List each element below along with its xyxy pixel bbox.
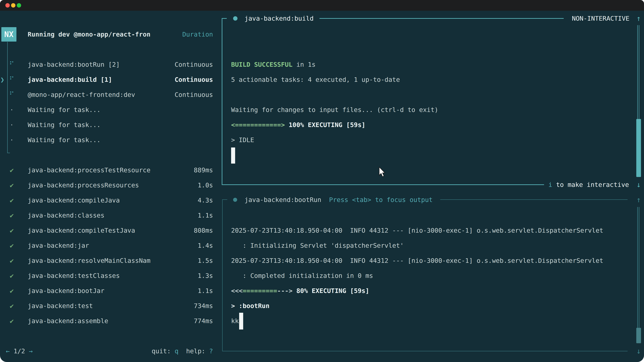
focus-output-hint: Press <tab> to focus output [329,192,433,207]
mouse-pointer-icon [378,167,386,177]
build-summary-line: 5 actionable tasks: 4 executed, 1 up-to-… [231,72,400,87]
task-duration: 889ms [194,163,213,178]
task-row[interactable]: ⠋ java-backend:bootRun [2] Continuous [0,57,215,72]
task-label: java-backend:compileJava [28,193,198,208]
task-row[interactable]: ✔ java-backend:processTestResource 889ms [0,163,215,178]
task-row[interactable]: ✔ java-backend:classes 1.1s [0,208,215,223]
progress-bar: ========= [243,287,277,295]
duration-column-header: Duration [28,27,213,42]
task-label: java-backend:assemble [28,313,194,329]
bootrun-pane-header-rule [440,199,628,200]
page-indicator [10,348,14,355]
task-row[interactable]: ✔ java-backend:resolveMainClassNam 1.5s [0,253,215,268]
terminal-cursor [239,313,243,330]
interactive-hint: i to make interactive [548,177,629,192]
task-duration: 1.1s [198,208,213,223]
task-duration: 1.3s [198,268,213,283]
progress-label: 80% EXECUTING [59s] [292,287,369,295]
task-row[interactable]: ✔ java-backend:compileJava 4.3s [0,193,215,208]
title-bar [0,0,644,11]
task-row[interactable]: · Waiting for task... [0,117,215,132]
task-label: java-backend:classes [28,208,198,223]
interactive-hint-key: i [548,181,552,188]
build-status-line: BUILD SUCCESSFUL in 1s [231,57,316,72]
scrollbar-track[interactable] [639,207,639,343]
task-label: java-backend:processResources [28,178,198,193]
bootrun-pane-border [222,199,227,200]
check-icon: ✔ [7,253,17,268]
task-row[interactable]: · Waiting for task... [0,132,215,147]
task-row[interactable]: ✔ java-backend:assemble 774ms [0,313,215,329]
bootrun-progress-line: <<<=========---> 80% EXECUTING [59s] [231,283,369,298]
check-icon: ✔ [7,193,17,208]
build-waiting-line: Waiting for changes to input files... (c… [231,102,438,117]
task-list: ⠋ java-backend:bootRun [2] Continuous ⠋ … [0,57,215,329]
waiting-dot-icon: · [7,132,17,147]
page-left-arrow-icon[interactable]: ← [6,348,10,355]
help-label: help: [178,348,209,355]
check-icon: ✔ [7,223,17,238]
scrollbar-thumb[interactable] [636,328,641,343]
bootrun-pane-border [222,351,628,351]
task-row[interactable]: ✔ java-backend:jar 1.4s [0,238,215,253]
close-button-icon[interactable] [5,3,10,7]
progress-label: 100% EXECUTING [59s] [285,121,365,129]
log-line: : Initializing Servlet 'dispatcherServle… [231,238,404,253]
scrollbar-thumb[interactable] [636,119,641,177]
task-label: java-backend:resolveMainClassNam [28,253,198,268]
check-icon: ✔ [7,178,17,193]
bootrun-input-text[interactable]: kk [231,313,239,329]
log-line: 2025-07-23T13:40:18.950-04:00 INFO 44312… [231,223,603,238]
waiting-dot-icon: · [7,117,17,132]
task-row[interactable]: ✔ java-backend:bootJar 1.1s [0,283,215,298]
task-duration: 1.1s [198,283,213,298]
task-duration: Continuous [174,72,213,87]
check-icon: ✔ [7,298,17,313]
task-duration: Continuous [174,57,213,72]
log-line: 2025-07-23T13:40:18.950-04:00 INFO 44312… [231,253,603,268]
task-row[interactable]: ✔ java-backend:testClasses 1.3s [0,268,215,283]
spinner-icon: ⠋ [7,72,17,87]
group-spacer [0,147,215,163]
interactive-hint-text: to make interactive [552,181,629,188]
task-duration: 808ms [194,223,213,238]
task-row[interactable]: ✔ java-backend:compileTestJava 808ms [0,223,215,238]
spinner-icon: ⠋ [7,87,17,102]
task-row[interactable]: ⠋ @mono-app/react-frontend:dev Continuou… [0,87,215,102]
zoom-button-icon[interactable] [17,3,21,7]
task-row-selected[interactable]: ⠋ java-backend:build [1] Continuous [0,72,215,87]
check-icon: ✔ [7,313,17,329]
nx-logo: NX [1,27,16,41]
quit-key: q [174,348,178,355]
scroll-down-icon[interactable]: ↓ [634,344,643,359]
page-number: 1/2 [14,348,25,355]
task-row[interactable]: ✔ java-backend:test 734ms [0,298,215,313]
progress-prefix: <<< [231,287,243,295]
task-duration: Continuous [174,87,213,102]
check-icon: ✔ [7,163,17,178]
build-successful-text: BUILD SUCCESSFUL [231,61,292,68]
check-icon: ✔ [7,208,17,223]
scroll-up-icon[interactable]: ↑ [634,11,643,26]
bootrun-pane-border [222,199,222,351]
check-icon: ✔ [7,283,17,298]
task-label: Waiting for task... [28,102,213,117]
task-row[interactable]: ✔ java-backend:processResources 1.0s [0,178,215,193]
task-label: java-backend:processTestResource [28,163,194,178]
pagination: ← 1/2 → [6,344,33,359]
scroll-down-icon[interactable]: ↓ [634,177,643,192]
page-right-arrow-icon[interactable]: → [29,348,33,355]
progress-suffix: ---> [277,287,293,295]
task-label: java-backend:test [28,298,194,313]
build-pane-header-rule [320,18,564,19]
scroll-up-icon[interactable]: ↑ [634,192,643,207]
task-row[interactable]: · Waiting for task... [0,102,215,117]
task-label: java-backend:build [1] [28,72,174,87]
scrollbar-track[interactable] [637,207,638,343]
minimize-button-icon[interactable] [11,3,16,7]
task-duration: 734ms [194,298,213,313]
bootrun-pane-title: java-backend:bootRun [244,192,321,207]
build-time-text: in 1s [292,61,316,68]
check-icon: ✔ [7,238,17,253]
check-icon: ✔ [7,268,17,283]
